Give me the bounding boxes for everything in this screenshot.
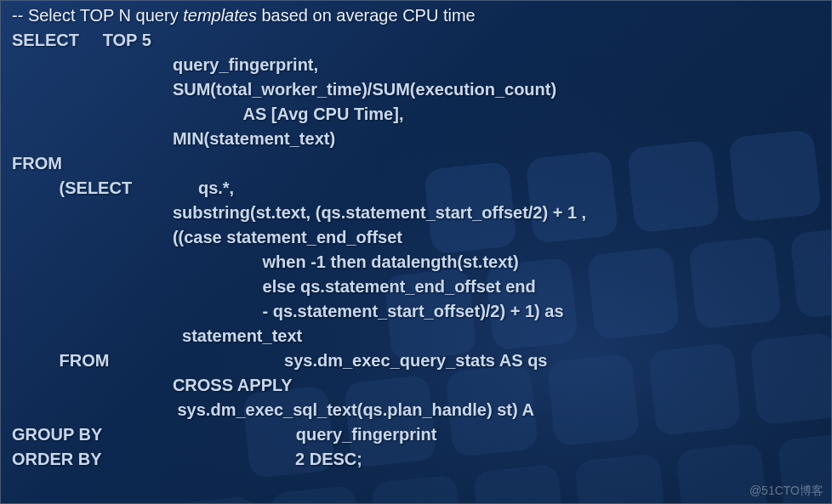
- svg-rect-17: [168, 496, 261, 504]
- code-line: FROM sys.dm_exec_query_stats AS qs: [12, 348, 820, 373]
- code-line: - qs.statement_start_offset)/2) + 1) as: [12, 299, 820, 324]
- code-line: SELECT TOP 5: [12, 28, 820, 53]
- sql-comment: -- Select TOP N query templates based on…: [12, 3, 820, 28]
- code-line: CROSS APPLY: [12, 373, 820, 398]
- code-line: SUM(total_worker_time)/SUM(execution_cou…: [12, 77, 820, 102]
- code-line: query_fingerprint,: [12, 53, 820, 77]
- svg-rect-19: [371, 474, 464, 504]
- code-line: FROM: [12, 151, 820, 176]
- code-line: AS [Avg CPU Time],: [12, 102, 820, 127]
- comment-text-prefix: -- Select TOP N query: [12, 6, 183, 25]
- code-line: when -1 then datalength(st.text): [12, 250, 820, 275]
- code-line: ((case statement_end_offset: [12, 225, 820, 250]
- code-line: else qs.statement_end_offset end: [12, 275, 820, 299]
- comment-text-italic: templates: [183, 6, 257, 25]
- comment-text-suffix: based on average CPU time: [257, 6, 476, 25]
- watermark-text: @51CTO博客: [749, 484, 823, 499]
- code-line: sys.dm_exec_sql_text(qs.plan_handle) st)…: [12, 398, 820, 422]
- svg-rect-18: [270, 485, 363, 504]
- code-line: GROUP BY query_fingerprint: [12, 422, 820, 447]
- sql-code-block: -- Select TOP N query templates based on…: [0, 0, 832, 475]
- code-line: (SELECT qs.*,: [12, 176, 820, 201]
- code-line: MIN(statement_text): [12, 127, 820, 151]
- code-line: substring(st.text, (qs.statement_start_o…: [12, 201, 820, 225]
- code-line: statement_text: [12, 324, 820, 348]
- code-line: ORDER BY 2 DESC;: [12, 447, 820, 472]
